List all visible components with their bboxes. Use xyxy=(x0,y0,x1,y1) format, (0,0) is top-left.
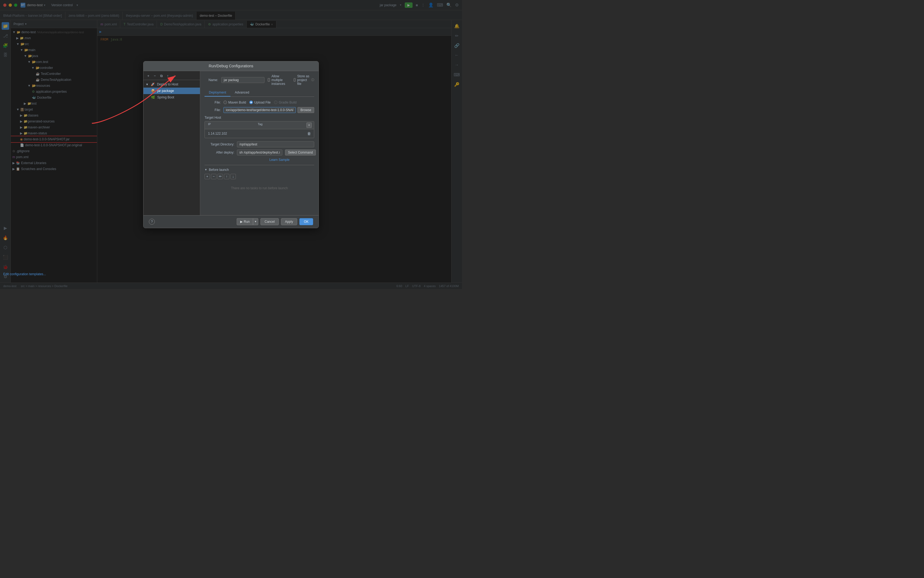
dialog-full: + − ⧉ ↑ ↓ ▼ 🚀 Deploy to Host 📦 xyxy=(144,71,319,228)
allow-multiple-box xyxy=(268,78,270,82)
select-command-btn[interactable]: Select Command xyxy=(285,149,316,156)
file-row: File: Maven Build Upload File xyxy=(204,101,314,104)
tab-deployment[interactable]: Deployment xyxy=(204,89,230,96)
file-path-row: File: Browse xyxy=(204,107,314,113)
name-input[interactable] xyxy=(221,77,264,83)
run-main-btn[interactable]: ▶ Run xyxy=(237,218,253,225)
deploy-arrow: ▼ xyxy=(146,83,149,86)
run-play-icon: ▶ xyxy=(240,220,243,224)
file-input-wrapper: Browse xyxy=(223,107,314,113)
remove-config-btn[interactable]: − xyxy=(152,73,157,79)
run-debug-dialog: Run/Debug Configurations + − ⧉ ↑ ↓ ▼ xyxy=(143,61,319,228)
bl-remove-btn[interactable]: − xyxy=(211,174,217,179)
file-path-input[interactable] xyxy=(223,107,296,113)
run-btn-label: Run xyxy=(244,220,250,224)
jar-config-icon: 📦 xyxy=(151,89,155,93)
move-up-btn[interactable]: ↑ xyxy=(165,73,170,79)
upload-radio xyxy=(249,101,253,104)
config-tree: ▼ 🚀 Deploy to Host 📦 jar package 🌿 Sprin… xyxy=(144,80,200,102)
bl-up-btn[interactable]: ↑ xyxy=(224,174,230,179)
maven-label: Maven Build xyxy=(228,101,246,104)
store-info-icon: ⓘ xyxy=(311,78,314,82)
gradle-label: Gradle Build xyxy=(279,101,297,104)
tab-advanced[interactable]: Advanced xyxy=(230,89,253,96)
run-dropdown: ▶ Run ▾ xyxy=(237,218,258,225)
config-tree-spring[interactable]: 🌿 Spring Boot xyxy=(144,94,200,101)
dialog-overlay: Run/Debug Configurations + − ⧉ ↑ ↓ ▼ xyxy=(0,0,462,289)
learn-sample-link[interactable]: Learn Sample xyxy=(237,158,290,162)
target-dir-input[interactable] xyxy=(237,141,314,147)
gradle-build-option: Gradle Build xyxy=(274,101,297,104)
move-down-btn[interactable]: ↓ xyxy=(172,73,177,79)
after-deploy-input[interactable] xyxy=(237,149,282,156)
file-label: File: xyxy=(204,101,221,104)
delete-host-btn[interactable]: 🗑 xyxy=(306,131,312,136)
add-config-btn[interactable]: + xyxy=(146,73,151,79)
store-project-checkbox[interactable]: Store as project file ⓘ xyxy=(294,74,314,86)
spring-icon: 🌿 xyxy=(151,96,155,99)
allow-multiple-label: Allow multiple instances xyxy=(272,74,290,86)
gradle-radio xyxy=(274,101,277,104)
bl-collapse-icon[interactable]: ▼ xyxy=(204,168,207,171)
dialog-main-area: + − ⧉ ↑ ↓ ▼ 🚀 Deploy to Host 📦 xyxy=(144,71,319,215)
target-host-header: IP Tag + xyxy=(205,122,314,129)
cancel-button[interactable]: Cancel xyxy=(261,218,278,225)
spring-label: Spring Boot xyxy=(157,96,174,99)
file-radio-group: Maven Build Upload File Gradle Build xyxy=(223,101,297,104)
file-path-label: File: xyxy=(204,108,221,112)
name-row: Name: Allow multiple instances Store as … xyxy=(204,74,314,86)
config-tree-jar[interactable]: 📦 jar package xyxy=(144,88,200,94)
target-dir-label: Target Directory: xyxy=(204,143,234,146)
checkbox-group: Allow multiple instances Store as projec… xyxy=(268,74,314,86)
upload-file-option[interactable]: Upload File xyxy=(249,101,271,104)
before-launch-section: ▼ Before launch + − ✏ ↑ ↓ There are no t… xyxy=(204,165,314,195)
maven-radio xyxy=(223,101,227,104)
target-host-title: Target Host xyxy=(204,116,314,120)
name-label: Name: xyxy=(204,78,218,82)
dialog-right: Name: Allow multiple instances Store as … xyxy=(200,71,319,215)
config-tree-deploy[interactable]: ▼ 🚀 Deploy to Host xyxy=(144,81,200,88)
target-dir-row: Target Directory: xyxy=(204,141,314,147)
bl-edit-btn[interactable]: ✏ xyxy=(217,174,223,179)
dialog-footer: ? ▶ Run ▾ Cancel Apply OK xyxy=(144,215,319,228)
run-dropdown-btn[interactable]: ▾ xyxy=(253,218,258,225)
footer-left: ? xyxy=(149,219,155,225)
allow-multiple-checkbox[interactable]: Allow multiple instances xyxy=(268,74,290,86)
before-launch-empty: There are no tasks to run before launch xyxy=(204,181,314,195)
target-host-table: IP Tag + 1.14.122.102 xyxy=(204,121,314,138)
add-host-btn[interactable]: + xyxy=(306,122,312,128)
th-tag: Tag xyxy=(254,122,304,129)
store-project-label: Store as project file xyxy=(297,74,310,86)
bl-down-btn[interactable]: ↓ xyxy=(230,174,236,179)
host-ip-cell: 1.14.122.102 xyxy=(205,131,254,136)
config-toolbar: + − ⧉ ↑ ↓ xyxy=(144,72,200,80)
copy-config-btn[interactable]: ⧉ xyxy=(159,73,164,79)
browse-button[interactable]: Browse xyxy=(298,107,314,113)
ok-button[interactable]: OK xyxy=(299,218,313,225)
bl-add-btn[interactable]: + xyxy=(204,174,210,179)
host-tag-cell xyxy=(254,133,304,134)
host-row-actions: 🗑 xyxy=(304,130,314,137)
apply-button[interactable]: Apply xyxy=(281,218,297,225)
upload-label: Upload File xyxy=(254,101,271,104)
before-launch-actions: + − ✏ ↑ ↓ xyxy=(204,174,314,179)
dialog-tabs: Deployment Advanced xyxy=(204,89,314,97)
learn-sample-row: Learn Sample xyxy=(204,157,314,162)
deploy-icon: 🚀 xyxy=(151,83,155,86)
target-host-section: Target Host IP Tag + 1 xyxy=(204,116,314,138)
th-ip: IP xyxy=(205,122,254,129)
deploy-label: Deploy to Host xyxy=(157,83,178,86)
before-launch-title: Before launch xyxy=(209,168,229,172)
before-launch-header: ▼ Before launch xyxy=(204,168,314,172)
after-deploy-row: After deploy: Select Command xyxy=(204,149,314,156)
help-button[interactable]: ? xyxy=(149,219,155,225)
host-row-1: 1.14.122.102 🗑 xyxy=(205,129,314,138)
maven-build-option[interactable]: Maven Build xyxy=(223,101,246,104)
jar-config-label: jar package xyxy=(157,89,174,93)
th-actions: + xyxy=(304,122,314,129)
dialog-right-inner: Name: Allow multiple instances Store as … xyxy=(200,71,319,199)
config-panel: + − ⧉ ↑ ↓ ▼ 🚀 Deploy to Host 📦 xyxy=(144,71,200,215)
store-project-box xyxy=(294,78,296,82)
after-deploy-label: After deploy: xyxy=(204,151,234,154)
dialog-title: Run/Debug Configurations xyxy=(144,62,319,71)
